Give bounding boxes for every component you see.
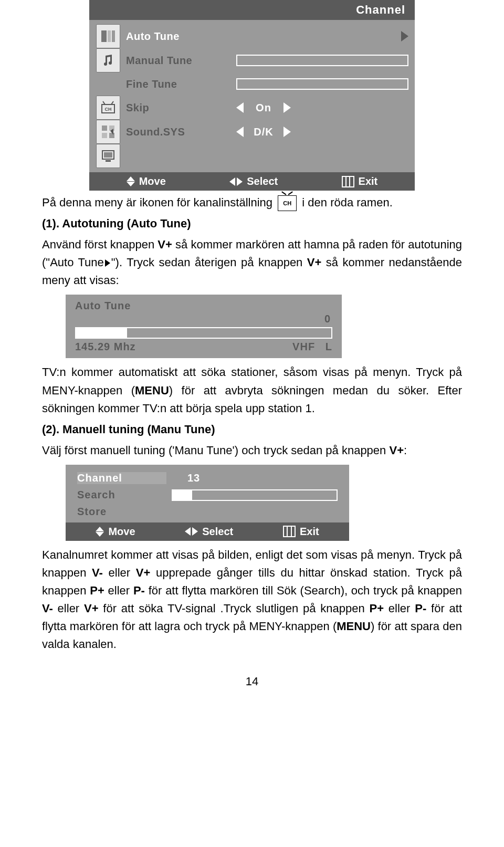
footer-select: Select (202, 526, 233, 538)
music-icon (96, 48, 120, 72)
svg-rect-0 (101, 30, 107, 42)
svg-rect-1 (108, 30, 111, 42)
footer-exit: Exit (359, 175, 378, 187)
svg-text:CH: CH (105, 107, 112, 112)
auto-tune-band: VHF L (292, 341, 332, 353)
svg-rect-9 (102, 133, 107, 138)
section-2-p1: Välj först manuell tuning ('Manu Tune') … (42, 442, 462, 459)
menu-item-manual-tune[interactable]: Manual Tune (123, 55, 236, 67)
footer-move: Move (108, 526, 135, 538)
picture-icon (96, 24, 120, 48)
section-1-p2: TV:n kommer automatiskt att söka station… (42, 363, 462, 417)
exit-icon (283, 526, 296, 537)
osd-channel-menu: Channel Auto Tune Manual Tune Fine Tune … (89, 0, 415, 191)
updown-icon (96, 527, 104, 537)
channel-icon: CH (278, 195, 297, 211)
leftright-icon (229, 177, 243, 186)
svg-rect-10 (109, 133, 114, 138)
manu-channel-value: 13 (187, 472, 200, 484)
svg-rect-12 (104, 152, 112, 158)
svg-rect-7 (102, 126, 107, 131)
manu-footer: Move Select Exit (66, 522, 349, 541)
auto-tune-progress (75, 327, 332, 339)
auto-tune-popup: Auto Tune 0 145.29 Mhz VHF L (66, 295, 342, 358)
chevron-left-icon[interactable] (236, 127, 244, 137)
svg-rect-13 (106, 160, 111, 162)
updown-icon (127, 176, 135, 186)
exit-icon (342, 176, 354, 187)
footer-select: Select (247, 175, 278, 187)
manu-search-bar (172, 489, 338, 501)
footer-exit: Exit (300, 526, 319, 538)
manu-channel-label[interactable]: Channel (77, 472, 166, 484)
sound-sys-value: D/K (251, 126, 276, 138)
menu-item-sound-sys[interactable]: Sound.SYS (123, 126, 236, 138)
svg-rect-2 (112, 30, 115, 42)
channel-icon: CH (96, 96, 120, 120)
osd-title: Channel (89, 0, 415, 20)
manu-tune-popup: Channel 13 Search Store Move Select Exit (66, 465, 349, 541)
section-2-title: (2). Manuell tuning (Manu Tune) (42, 421, 462, 438)
auto-tune-count: 0 (75, 313, 332, 325)
fine-tune-bar (236, 78, 408, 90)
section-3-p1: Kanalnumret kommer att visas på bilden, … (42, 546, 462, 654)
chevron-right-icon (401, 31, 408, 41)
page-number: 14 (42, 675, 462, 688)
section-1-title: (1). Autotuning (Auto Tune) (42, 215, 462, 233)
leftright-icon (185, 527, 198, 536)
menu-item-fine-tune[interactable]: Fine Tune (123, 78, 236, 90)
auto-tune-freq: 145.29 Mhz (75, 341, 136, 353)
skip-value: On (251, 102, 276, 114)
menu-item-auto-tune[interactable]: Auto Tune (123, 30, 236, 43)
manu-store-label[interactable]: Store (77, 506, 166, 518)
auto-tune-title: Auto Tune (75, 300, 332, 312)
footer-move: Move (139, 175, 166, 187)
monitor-icon (96, 144, 120, 168)
menu-item-skip[interactable]: Skip (123, 102, 236, 114)
triangle-right-icon (105, 259, 110, 267)
manual-tune-bar (236, 55, 408, 66)
chevron-right-icon[interactable] (284, 102, 291, 113)
chevron-right-icon[interactable] (284, 127, 291, 137)
manu-search-label[interactable]: Search (77, 489, 166, 501)
osd-footer: Move Select Exit (89, 172, 415, 191)
section-1-p1: Använd först knappen V+ så kommer markör… (42, 236, 462, 289)
feature-icon (96, 120, 120, 144)
chevron-left-icon[interactable] (236, 102, 244, 113)
intro-line: På denna meny är ikonen för kanalinställ… (42, 194, 462, 212)
